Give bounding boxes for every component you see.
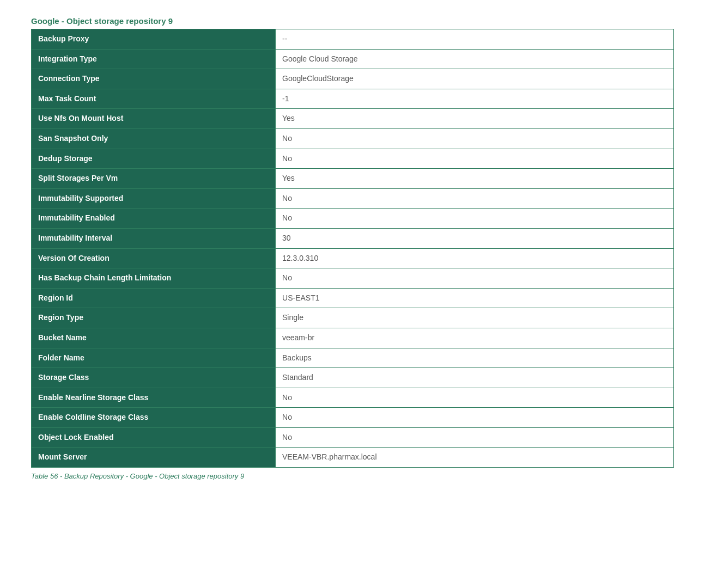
table-row: Folder NameBackups: [32, 348, 674, 368]
row-value: No: [276, 408, 674, 428]
row-label: Enable Nearline Storage Class: [32, 388, 276, 408]
row-label: Region Id: [32, 288, 276, 308]
row-label: Region Type: [32, 308, 276, 328]
row-label: Has Backup Chain Length Limitation: [32, 268, 276, 289]
row-value: -1: [276, 89, 674, 109]
row-value: Yes: [276, 169, 674, 189]
row-value: Google Cloud Storage: [276, 49, 674, 69]
row-value: No: [276, 188, 674, 209]
row-label: Immutability Enabled: [32, 209, 276, 229]
table-row: Immutability Interval30: [32, 228, 674, 248]
table-row: Region IdUS-EAST1: [32, 288, 674, 308]
row-value: Backups: [276, 348, 674, 368]
row-label: Connection Type: [32, 69, 276, 89]
table-row: Connection TypeGoogleCloudStorage: [32, 69, 674, 89]
row-value: --: [276, 29, 674, 50]
row-label: Immutability Interval: [32, 228, 276, 248]
table-row: Storage ClassStandard: [32, 368, 674, 388]
table-row: Max Task Count-1: [32, 89, 674, 109]
row-label: Dedup Storage: [32, 149, 276, 169]
row-value: No: [276, 427, 674, 448]
row-value: Yes: [276, 109, 674, 129]
table-row: Mount ServerVEEAM-VBR.pharmax.local: [32, 448, 674, 468]
table-row: Region TypeSingle: [32, 308, 674, 328]
table-row: Split Storages Per VmYes: [32, 169, 674, 189]
row-value: No: [276, 149, 674, 169]
row-value: No: [276, 388, 674, 408]
row-value: 30: [276, 228, 674, 248]
table-row: Immutability SupportedNo: [32, 188, 674, 209]
row-label: Version Of Creation: [32, 248, 276, 268]
row-label: Split Storages Per Vm: [32, 169, 276, 189]
table-row: San Snapshot OnlyNo: [32, 128, 674, 149]
table-row: Bucket Nameveeam-br: [32, 328, 674, 348]
row-label: Bucket Name: [32, 328, 276, 348]
row-value: Standard: [276, 368, 674, 388]
row-value: No: [276, 268, 674, 289]
row-label: Mount Server: [32, 448, 276, 468]
row-value: 12.3.0.310: [276, 248, 674, 268]
row-label: Integration Type: [32, 49, 276, 69]
row-label: Immutability Supported: [32, 188, 276, 209]
row-value: No: [276, 209, 674, 229]
page-container: Google - Object storage repository 9 Bac…: [31, 16, 674, 480]
table-row: Backup Proxy--: [32, 29, 674, 50]
row-value: VEEAM-VBR.pharmax.local: [276, 448, 674, 468]
table-row: Object Lock EnabledNo: [32, 427, 674, 448]
row-label: Storage Class: [32, 368, 276, 388]
table-row: Enable Coldline Storage ClassNo: [32, 408, 674, 428]
table-row: Immutability EnabledNo: [32, 209, 674, 229]
table-row: Dedup StorageNo: [32, 149, 674, 169]
row-label: Object Lock Enabled: [32, 427, 276, 448]
table-row: Has Backup Chain Length LimitationNo: [32, 268, 674, 289]
row-value: US-EAST1: [276, 288, 674, 308]
row-value: Single: [276, 308, 674, 328]
row-label: Max Task Count: [32, 89, 276, 109]
table-row: Enable Nearline Storage ClassNo: [32, 388, 674, 408]
row-label: Use Nfs On Mount Host: [32, 109, 276, 129]
data-table: Backup Proxy--Integration TypeGoogle Clo…: [31, 29, 674, 468]
table-title: Google - Object storage repository 9: [31, 16, 674, 26]
row-label: Folder Name: [32, 348, 276, 368]
table-caption: Table 56 - Backup Repository - Google - …: [31, 472, 674, 480]
row-value: No: [276, 128, 674, 149]
row-label: Backup Proxy: [32, 29, 276, 50]
row-value: GoogleCloudStorage: [276, 69, 674, 89]
row-value: veeam-br: [276, 328, 674, 348]
row-label: San Snapshot Only: [32, 128, 276, 149]
row-label: Enable Coldline Storage Class: [32, 408, 276, 428]
table-row: Use Nfs On Mount HostYes: [32, 109, 674, 129]
table-row: Integration TypeGoogle Cloud Storage: [32, 49, 674, 69]
table-row: Version Of Creation12.3.0.310: [32, 248, 674, 268]
